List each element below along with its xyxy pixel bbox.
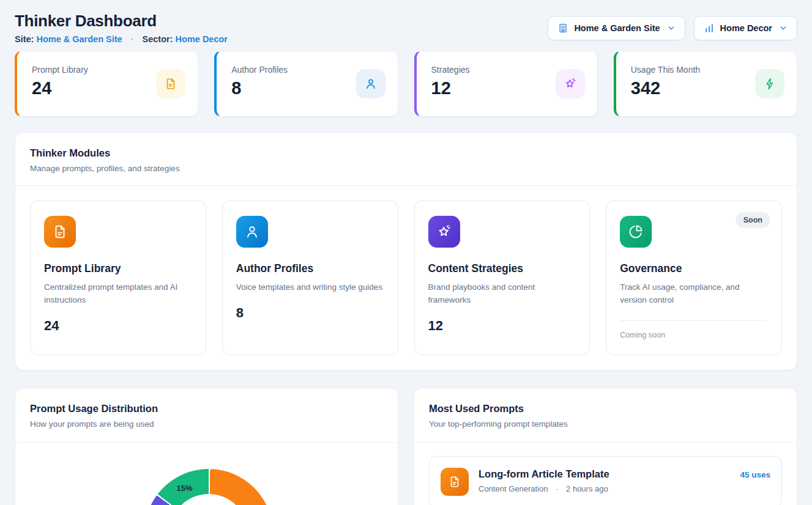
stat-card-usage: Usage This Month 342 [614,51,797,117]
most-used-prompts-card: Most Used Prompts Your top-performing pr… [414,388,797,505]
module-name: Author Profiles [236,262,384,275]
module-count: 8 [236,305,384,321]
module-name: Content Strategies [428,262,576,275]
thinker-modules-panel: Thinker Modules Manage prompts, profiles… [15,132,797,370]
selector-group: Home & Garden Site Home Decor [548,16,797,40]
most-used-title: Most Used Prompts [429,403,782,415]
module-description: Brand playbooks and content frameworks [428,281,575,307]
prompt-list-item[interactable]: Long-form Article Template Content Gener… [429,456,782,505]
module-card-prompt-library[interactable]: Prompt Library Centralized prompt templa… [30,201,206,355]
most-used-header: Most Used Prompts Your top-performing pr… [414,388,797,443]
stat-card-prompt-library: Prompt Library 24 [15,51,198,117]
most-used-subtitle: Your top-performing prompt templates [429,419,782,429]
usage-card-header: Prompt Usage Distribution How your promp… [15,388,398,443]
module-name: Prompt Library [44,262,192,275]
separator-dot: · [131,34,134,44]
chevron-down-icon [779,24,788,32]
user-icon [356,69,386,98]
page-title: Thinker Dashboard [15,12,228,29]
usage-card-subtitle: How your prompts are being used [30,419,383,429]
prompt-name: Long-form Article Template [479,468,730,480]
chevron-down-icon [667,24,676,32]
module-card-author-profiles[interactable]: Author Profiles Voice templates and writ… [222,201,398,355]
stat-card-strategies: Strategies 12 [414,51,598,117]
site-label: Site: [15,34,34,44]
prompt-uses-badge: 45 uses [740,468,770,479]
top-bar: Thinker Dashboard Site: Home & Garden Si… [15,12,797,45]
prompt-meta: Content Generation · 2 hours ago [479,484,730,493]
prompt-time: 2 hours ago [566,484,608,493]
modules-panel-header: Thinker Modules Manage prompts, profiles… [15,133,797,186]
module-name: Governance [620,262,768,275]
bottom-row: Prompt Usage Distribution How your promp… [15,388,797,505]
module-description: Voice templates and writing style guides [236,281,383,294]
sector-selector-label: Home Decor [720,23,772,33]
module-description: Track AI usage, compliance, and version … [620,281,767,307]
prompt-item-main: Long-form Article Template Content Gener… [479,468,730,493]
prompt-list: Long-form Article Template Content Gener… [414,443,797,505]
lightning-icon [755,69,784,98]
sector-label: Sector: [143,34,173,44]
usage-card-title: Prompt Usage Distribution [30,403,383,415]
sector-selector[interactable]: Home Decor [694,16,797,40]
document-icon [441,468,469,496]
module-count: 24 [44,318,192,334]
divider [620,320,768,321]
building-icon [557,23,568,34]
usage-distribution-card: Prompt Usage Distribution How your promp… [15,388,398,505]
star-icon [428,216,460,248]
document-icon [44,216,76,248]
module-card-content-strategies[interactable]: Content Strategies Brand playbooks and c… [414,201,590,355]
site-selector-label: Home & Garden Site [574,23,660,33]
pie-chart-icon [620,216,652,248]
breadcrumb: Site: Home & Garden Site · Sector: Home … [15,34,228,45]
site-selector[interactable]: Home & Garden Site [548,16,685,40]
user-icon [236,216,268,248]
bar-chart-icon [704,23,715,34]
donut-chart-area: 15% [15,443,398,505]
modules-panel-subtitle: Manage prompts, profiles, and strategies [30,164,782,173]
soon-badge: Soon [736,212,770,228]
stat-card-author-profiles: Author Profiles 8 [214,51,398,117]
prompt-category: Content Generation [479,484,548,493]
donut-segment-label: 15% [176,484,192,493]
usage-donut: 15% [144,469,273,505]
separator-dot: · [556,484,558,493]
site-link[interactable]: Home & Garden Site [36,34,122,44]
sector-link[interactable]: Home Decor [176,34,228,44]
modules-panel-title: Thinker Modules [30,147,782,159]
document-icon [156,69,185,98]
module-description: Centralized prompt templates and AI inst… [44,281,191,307]
modules-grid: Prompt Library Centralized prompt templa… [15,186,797,370]
module-card-governance[interactable]: Soon Governance Track AI usage, complian… [606,201,782,355]
header-block: Thinker Dashboard Site: Home & Garden Si… [15,12,228,45]
stats-row: Prompt Library 24 Author Profiles 8 Stra… [15,51,797,117]
module-footer: Coming soon [620,331,768,339]
module-count: 12 [428,318,576,334]
dashboard-page: Thinker Dashboard Site: Home & Garden Si… [0,0,812,505]
star-icon [556,69,585,98]
